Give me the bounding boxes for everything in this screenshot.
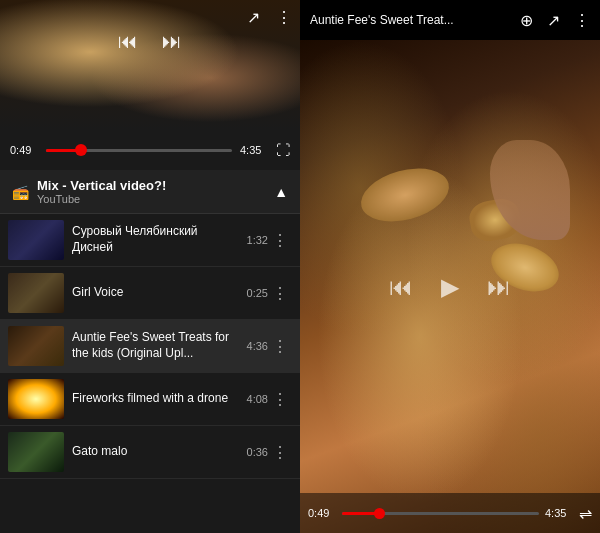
playlist-item[interactable]: Fireworks filmed with a drone 4:08 ⋮	[0, 373, 300, 426]
right-header: Auntie Fee's Sweet Treat... ⊕ ↗ ⋮	[300, 0, 600, 40]
collapse-playlist-button[interactable]: ▲	[274, 184, 288, 200]
mini-player: ↗ ⋮ ⏮ ⏭ 0:49 4:35 ⛶	[0, 0, 300, 170]
fullscreen-button[interactable]: ⛶	[276, 142, 290, 158]
playlist-item[interactable]: Girl Voice 0:25 ⋮	[0, 267, 300, 320]
playlist-info: Mix - Vertical video?! YouTube	[37, 178, 166, 205]
video-total-time: 4:35	[545, 507, 573, 519]
item-thumbnail-4	[8, 379, 64, 419]
item-title-2: Girl Voice	[72, 285, 230, 301]
add-to-queue-icon[interactable]: ⊕	[520, 11, 533, 30]
playback-controls: ⏮ ⏭	[0, 30, 300, 53]
mini-player-thumbnail: ↗ ⋮ ⏮ ⏭	[0, 0, 300, 130]
item-thumbnail-2	[8, 273, 64, 313]
mini-progress-bar-container: 0:49 4:35 ⛶	[0, 130, 300, 170]
video-settings-icon[interactable]: ⇌	[579, 504, 592, 523]
video-progress-thumb	[374, 508, 385, 519]
video-play-button[interactable]: ▶	[441, 273, 459, 301]
mini-total-time: 4:35	[240, 144, 268, 156]
item-duration-3: 4:36	[238, 340, 268, 352]
mini-progress-fill	[46, 149, 81, 152]
video-previous-button[interactable]: ⏮	[389, 273, 413, 301]
video-current-time: 0:49	[308, 507, 336, 519]
playlist-title: Mix - Vertical video?!	[37, 178, 166, 193]
video-bottom-bar: 0:49 4:35 ⇌	[300, 493, 600, 533]
video-playback-controls: ⏮ ▶ ⏭	[389, 273, 511, 301]
left-panel: ↗ ⋮ ⏮ ⏭ 0:49 4:35 ⛶ 📻 Mix - Vertical vid…	[0, 0, 300, 533]
playlist-item[interactable]: Gato malo 0:36 ⋮	[0, 426, 300, 479]
item-duration-5: 0:36	[238, 446, 268, 458]
playlist-item-active[interactable]: Auntie Fee's Sweet Treats for the kids (…	[0, 320, 300, 373]
item-menu-5[interactable]: ⋮	[268, 443, 292, 462]
item-menu-3[interactable]: ⋮	[268, 337, 292, 356]
previous-track-button[interactable]: ⏮	[118, 30, 138, 53]
video-progress-bar[interactable]	[342, 512, 539, 515]
item-menu-4[interactable]: ⋮	[268, 390, 292, 409]
item-duration-1: 1:32	[238, 234, 268, 246]
more-options-icon[interactable]: ⋮	[276, 8, 292, 27]
item-thumbnail-5	[8, 432, 64, 472]
playlist-items-list: Суровый Челябинский Дисней 1:32 ⋮ Girl V…	[0, 214, 300, 533]
video-progress-fill	[342, 512, 379, 515]
item-info-3: Auntie Fee's Sweet Treats for the kids (…	[64, 330, 238, 361]
more-options-icon[interactable]: ⋮	[574, 11, 590, 30]
item-title-5: Gato malo	[72, 444, 230, 460]
share-icon[interactable]: ↗	[247, 8, 260, 27]
item-title-4: Fireworks filmed with a drone	[72, 391, 230, 407]
item-info-5: Gato malo	[64, 444, 238, 460]
right-panel: Auntie Fee's Sweet Treat... ⊕ ↗ ⋮ ⏮ ▶ ⏭ …	[300, 0, 600, 533]
share-icon[interactable]: ↗	[547, 11, 560, 30]
item-menu-2[interactable]: ⋮	[268, 284, 292, 303]
item-title-1: Суровый Челябинский Дисней	[72, 224, 230, 255]
right-video-title: Auntie Fee's Sweet Treat...	[310, 13, 512, 27]
item-info-4: Fireworks filmed with a drone	[64, 391, 238, 407]
mini-player-top-controls: ↗ ⋮	[247, 8, 292, 27]
playlist-source: YouTube	[37, 193, 166, 205]
item-duration-4: 4:08	[238, 393, 268, 405]
mini-current-time: 0:49	[10, 144, 38, 156]
item-thumbnail-3	[8, 326, 64, 366]
next-track-button[interactable]: ⏭	[162, 30, 182, 53]
playlist-item[interactable]: Суровый Челябинский Дисней 1:32 ⋮	[0, 214, 300, 267]
radio-icon: 📻	[12, 184, 29, 200]
item-info-2: Girl Voice	[64, 285, 238, 301]
mini-progress-bar[interactable]	[46, 149, 232, 152]
playlist-header-left: 📻 Mix - Vertical video?! YouTube	[12, 178, 166, 205]
item-menu-1[interactable]: ⋮	[268, 231, 292, 250]
item-title-3: Auntie Fee's Sweet Treats for the kids (…	[72, 330, 230, 361]
item-thumbnail-1	[8, 220, 64, 260]
item-info-1: Суровый Челябинский Дисней	[64, 224, 238, 255]
playlist-header: 📻 Mix - Vertical video?! YouTube ▲	[0, 170, 300, 214]
item-duration-2: 0:25	[238, 287, 268, 299]
right-header-icons: ⊕ ↗ ⋮	[520, 11, 590, 30]
video-next-button[interactable]: ⏭	[487, 273, 511, 301]
mini-progress-thumb	[75, 144, 87, 156]
video-player[interactable]: ⏮ ▶ ⏭ 0:49 4:35 ⇌	[300, 40, 600, 533]
